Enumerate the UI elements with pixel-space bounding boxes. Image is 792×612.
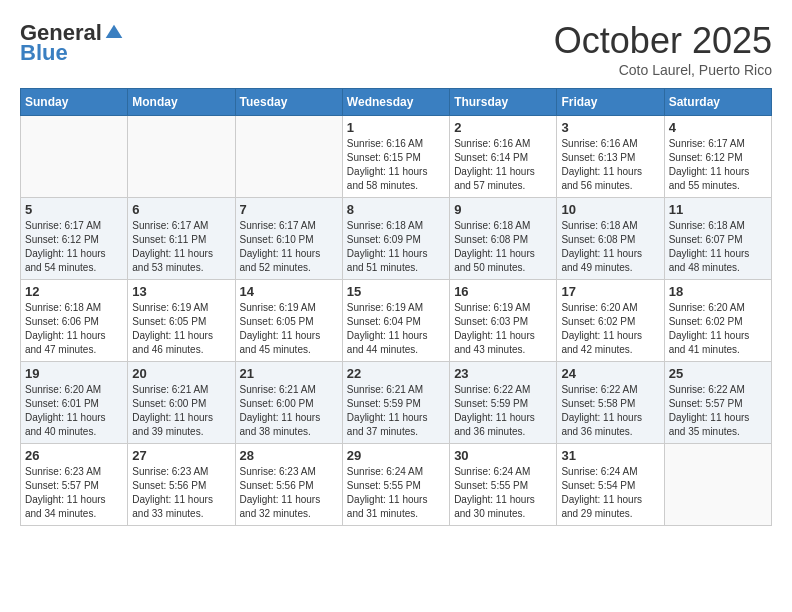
day-number: 30 <box>454 448 552 463</box>
day-info: Sunrise: 6:20 AMSunset: 6:02 PMDaylight:… <box>561 301 659 357</box>
logo: General Blue <box>20 20 124 66</box>
day-number: 31 <box>561 448 659 463</box>
page-header: General Blue October 2025 Coto Laurel, P… <box>20 20 772 78</box>
calendar-cell: 1Sunrise: 6:16 AMSunset: 6:15 PMDaylight… <box>342 116 449 198</box>
day-number: 16 <box>454 284 552 299</box>
location: Coto Laurel, Puerto Rico <box>554 62 772 78</box>
day-info: Sunrise: 6:19 AMSunset: 6:05 PMDaylight:… <box>132 301 230 357</box>
calendar-body: 1Sunrise: 6:16 AMSunset: 6:15 PMDaylight… <box>21 116 772 526</box>
weekday-header-monday: Monday <box>128 89 235 116</box>
day-number: 29 <box>347 448 445 463</box>
day-info: Sunrise: 6:17 AMSunset: 6:11 PMDaylight:… <box>132 219 230 275</box>
day-number: 5 <box>25 202 123 217</box>
calendar-cell: 27Sunrise: 6:23 AMSunset: 5:56 PMDayligh… <box>128 444 235 526</box>
day-number: 22 <box>347 366 445 381</box>
weekday-header-saturday: Saturday <box>664 89 771 116</box>
day-number: 2 <box>454 120 552 135</box>
day-info: Sunrise: 6:24 AMSunset: 5:54 PMDaylight:… <box>561 465 659 521</box>
calendar-cell: 7Sunrise: 6:17 AMSunset: 6:10 PMDaylight… <box>235 198 342 280</box>
calendar-cell <box>664 444 771 526</box>
day-info: Sunrise: 6:19 AMSunset: 6:04 PMDaylight:… <box>347 301 445 357</box>
day-info: Sunrise: 6:17 AMSunset: 6:10 PMDaylight:… <box>240 219 338 275</box>
day-number: 19 <box>25 366 123 381</box>
day-info: Sunrise: 6:23 AMSunset: 5:57 PMDaylight:… <box>25 465 123 521</box>
day-number: 20 <box>132 366 230 381</box>
day-number: 12 <box>25 284 123 299</box>
calendar-cell: 24Sunrise: 6:22 AMSunset: 5:58 PMDayligh… <box>557 362 664 444</box>
day-info: Sunrise: 6:21 AMSunset: 6:00 PMDaylight:… <box>132 383 230 439</box>
calendar-cell <box>128 116 235 198</box>
day-info: Sunrise: 6:22 AMSunset: 5:58 PMDaylight:… <box>561 383 659 439</box>
day-info: Sunrise: 6:23 AMSunset: 5:56 PMDaylight:… <box>240 465 338 521</box>
day-info: Sunrise: 6:21 AMSunset: 5:59 PMDaylight:… <box>347 383 445 439</box>
calendar-cell: 18Sunrise: 6:20 AMSunset: 6:02 PMDayligh… <box>664 280 771 362</box>
svg-marker-0 <box>106 25 123 38</box>
day-info: Sunrise: 6:18 AMSunset: 6:08 PMDaylight:… <box>454 219 552 275</box>
day-info: Sunrise: 6:19 AMSunset: 6:03 PMDaylight:… <box>454 301 552 357</box>
day-info: Sunrise: 6:18 AMSunset: 6:08 PMDaylight:… <box>561 219 659 275</box>
calendar-cell: 10Sunrise: 6:18 AMSunset: 6:08 PMDayligh… <box>557 198 664 280</box>
calendar-cell: 4Sunrise: 6:17 AMSunset: 6:12 PMDaylight… <box>664 116 771 198</box>
day-number: 18 <box>669 284 767 299</box>
calendar-cell: 28Sunrise: 6:23 AMSunset: 5:56 PMDayligh… <box>235 444 342 526</box>
day-info: Sunrise: 6:20 AMSunset: 6:01 PMDaylight:… <box>25 383 123 439</box>
calendar-cell: 12Sunrise: 6:18 AMSunset: 6:06 PMDayligh… <box>21 280 128 362</box>
day-number: 4 <box>669 120 767 135</box>
day-number: 9 <box>454 202 552 217</box>
calendar-cell: 5Sunrise: 6:17 AMSunset: 6:12 PMDaylight… <box>21 198 128 280</box>
calendar-cell: 21Sunrise: 6:21 AMSunset: 6:00 PMDayligh… <box>235 362 342 444</box>
day-info: Sunrise: 6:23 AMSunset: 5:56 PMDaylight:… <box>132 465 230 521</box>
day-info: Sunrise: 6:17 AMSunset: 6:12 PMDaylight:… <box>25 219 123 275</box>
calendar-cell: 8Sunrise: 6:18 AMSunset: 6:09 PMDaylight… <box>342 198 449 280</box>
day-info: Sunrise: 6:21 AMSunset: 6:00 PMDaylight:… <box>240 383 338 439</box>
day-info: Sunrise: 6:17 AMSunset: 6:12 PMDaylight:… <box>669 137 767 193</box>
calendar-cell: 11Sunrise: 6:18 AMSunset: 6:07 PMDayligh… <box>664 198 771 280</box>
day-info: Sunrise: 6:18 AMSunset: 6:07 PMDaylight:… <box>669 219 767 275</box>
day-number: 25 <box>669 366 767 381</box>
day-info: Sunrise: 6:16 AMSunset: 6:15 PMDaylight:… <box>347 137 445 193</box>
day-info: Sunrise: 6:19 AMSunset: 6:05 PMDaylight:… <box>240 301 338 357</box>
day-number: 23 <box>454 366 552 381</box>
weekday-header-thursday: Thursday <box>450 89 557 116</box>
calendar-cell: 3Sunrise: 6:16 AMSunset: 6:13 PMDaylight… <box>557 116 664 198</box>
weekday-header-sunday: Sunday <box>21 89 128 116</box>
calendar-cell: 16Sunrise: 6:19 AMSunset: 6:03 PMDayligh… <box>450 280 557 362</box>
logo-icon <box>104 23 124 43</box>
day-number: 6 <box>132 202 230 217</box>
calendar-week-3: 12Sunrise: 6:18 AMSunset: 6:06 PMDayligh… <box>21 280 772 362</box>
calendar-cell: 15Sunrise: 6:19 AMSunset: 6:04 PMDayligh… <box>342 280 449 362</box>
calendar-cell: 6Sunrise: 6:17 AMSunset: 6:11 PMDaylight… <box>128 198 235 280</box>
calendar-cell: 26Sunrise: 6:23 AMSunset: 5:57 PMDayligh… <box>21 444 128 526</box>
day-number: 1 <box>347 120 445 135</box>
calendar-cell: 30Sunrise: 6:24 AMSunset: 5:55 PMDayligh… <box>450 444 557 526</box>
day-info: Sunrise: 6:18 AMSunset: 6:09 PMDaylight:… <box>347 219 445 275</box>
calendar-week-1: 1Sunrise: 6:16 AMSunset: 6:15 PMDaylight… <box>21 116 772 198</box>
calendar-week-4: 19Sunrise: 6:20 AMSunset: 6:01 PMDayligh… <box>21 362 772 444</box>
day-info: Sunrise: 6:22 AMSunset: 5:59 PMDaylight:… <box>454 383 552 439</box>
day-number: 11 <box>669 202 767 217</box>
calendar-cell: 29Sunrise: 6:24 AMSunset: 5:55 PMDayligh… <box>342 444 449 526</box>
day-number: 26 <box>25 448 123 463</box>
weekday-row: SundayMondayTuesdayWednesdayThursdayFrid… <box>21 89 772 116</box>
calendar-cell: 25Sunrise: 6:22 AMSunset: 5:57 PMDayligh… <box>664 362 771 444</box>
calendar-header: SundayMondayTuesdayWednesdayThursdayFrid… <box>21 89 772 116</box>
calendar-cell: 14Sunrise: 6:19 AMSunset: 6:05 PMDayligh… <box>235 280 342 362</box>
day-number: 27 <box>132 448 230 463</box>
day-info: Sunrise: 6:16 AMSunset: 6:13 PMDaylight:… <box>561 137 659 193</box>
day-number: 28 <box>240 448 338 463</box>
day-number: 24 <box>561 366 659 381</box>
day-number: 13 <box>132 284 230 299</box>
day-number: 7 <box>240 202 338 217</box>
day-number: 17 <box>561 284 659 299</box>
calendar-cell: 13Sunrise: 6:19 AMSunset: 6:05 PMDayligh… <box>128 280 235 362</box>
day-number: 21 <box>240 366 338 381</box>
calendar-cell: 17Sunrise: 6:20 AMSunset: 6:02 PMDayligh… <box>557 280 664 362</box>
weekday-header-friday: Friday <box>557 89 664 116</box>
day-info: Sunrise: 6:24 AMSunset: 5:55 PMDaylight:… <box>347 465 445 521</box>
calendar-cell: 19Sunrise: 6:20 AMSunset: 6:01 PMDayligh… <box>21 362 128 444</box>
calendar-cell <box>21 116 128 198</box>
month-title: October 2025 <box>554 20 772 62</box>
calendar-cell: 2Sunrise: 6:16 AMSunset: 6:14 PMDaylight… <box>450 116 557 198</box>
weekday-header-wednesday: Wednesday <box>342 89 449 116</box>
title-block: October 2025 Coto Laurel, Puerto Rico <box>554 20 772 78</box>
